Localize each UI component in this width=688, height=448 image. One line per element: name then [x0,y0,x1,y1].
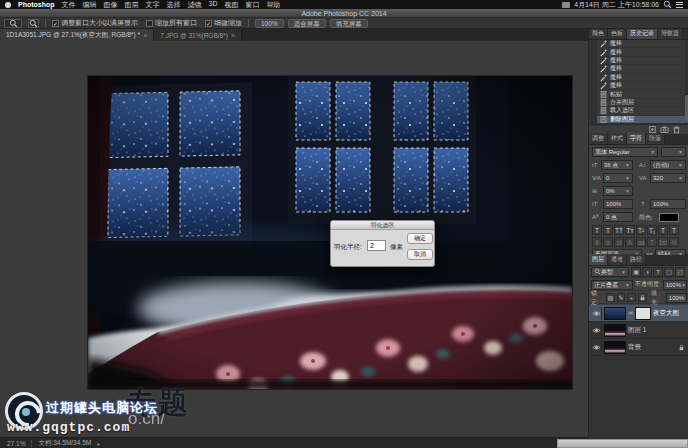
tracking-select[interactable]: 320▼ [650,173,686,183]
layer-filter-icon[interactable]: T [653,267,663,277]
checkbox-box[interactable] [146,20,153,27]
history-source-checkbox[interactable] [589,115,597,123]
apple-menu-icon[interactable] [5,2,11,8]
delete-state-icon[interactable] [672,125,681,134]
menu-item[interactable]: 编辑 [83,0,97,10]
option-checkbox[interactable]: 缩放所有窗口 [146,18,197,28]
opentype-toggle-icon[interactable]: T [647,237,657,247]
history-source-checkbox[interactable] [589,107,597,115]
app-menu[interactable]: Photoshop [18,1,55,8]
opentype-toggle-icon[interactable]: aa [636,237,646,247]
zoom-tool-preset-icon[interactable] [4,19,22,28]
document-tab[interactable]: 7.JPG @ 31%(RGB/8*) × [154,29,242,41]
layer-name[interactable]: 夜空大图 [653,309,679,318]
close-tab-icon[interactable]: × [231,32,235,39]
history-source-checkbox[interactable] [589,40,597,48]
layer-mask-thumbnail[interactable] [635,307,651,320]
opentype-toggle-icon[interactable]: st [614,237,624,247]
kerning-select[interactable]: 0▼ [603,173,633,183]
zoom-preset-button[interactable]: 100% [255,19,284,28]
status-options-arrow-icon[interactable]: ▸ [97,440,100,447]
format-toggle-icon[interactable]: T [603,225,613,235]
lock-transparency-icon[interactable]: ▨ [606,293,615,302]
lock-position-icon[interactable]: + [627,293,636,302]
layer-visibility-toggle[interactable] [591,307,602,320]
menu-item[interactable]: 滤镜 [188,0,202,10]
history-source-checkbox[interactable] [589,82,597,90]
format-toggle-icon[interactable]: TT [614,225,624,235]
zoom-in-button[interactable] [28,19,39,28]
opentype-toggle-icon[interactable]: 1st [658,237,668,247]
checkbox-box[interactable] [52,20,59,27]
layer-thumbnail[interactable] [604,324,626,337]
menu-item[interactable]: 文字 [146,0,160,10]
zoom-preset-button[interactable]: 填充屏幕 [330,19,368,28]
panel-tab[interactable]: 颜色 [589,28,608,39]
panel-tab[interactable]: 导航器 [658,28,683,39]
panel-tab[interactable]: 色板 [608,28,627,39]
layer-filter-icon[interactable]: ◑ [642,267,652,277]
opacity-select[interactable]: 100%▼ [663,280,687,290]
layer-name[interactable]: 背景 [628,343,641,352]
fill-select[interactable]: 100%▼ [666,293,687,303]
menu-item[interactable]: 选择 [167,0,181,10]
format-toggle-icon[interactable]: T [592,225,602,235]
input-method-icon[interactable] [562,2,570,8]
menu-item[interactable]: 帮助 [267,0,281,10]
panel-tab[interactable]: 调整 [589,133,608,144]
menu-item[interactable]: 图像 [104,0,118,10]
zoom-percentage[interactable]: 27.1% [7,440,25,447]
format-toggle-icon[interactable]: T [669,225,679,235]
panel-tab[interactable]: 通道 [608,254,627,265]
layer-row[interactable]: 图层 1 [589,322,688,339]
history-source-checkbox[interactable] [589,98,597,106]
panel-tab[interactable]: 路径 [627,254,646,265]
ok-button[interactable]: 确定 [407,233,433,244]
canvas-pasteboard[interactable]: 羽化选区 羽化半径: 像素 确定 取消 过期罐头电脑论坛 www.gqgtpc.… [0,41,588,437]
layer-thumbnail[interactable] [604,307,626,320]
lock-image-icon[interactable]: ✎ [617,293,626,302]
layer-filter-icon[interactable]: ◰ [675,267,685,277]
opentype-toggle-icon[interactable]: fi [592,237,602,247]
lock-all-icon[interactable] [638,293,647,302]
feather-radius-input[interactable] [367,240,386,251]
menu-item[interactable]: 窗口 [246,0,260,10]
baseline-shift-field[interactable]: 0 点 [603,212,633,222]
vertical-scale-field[interactable]: 100% [603,199,633,209]
history-source-checkbox[interactable] [589,73,597,81]
option-checkbox[interactable]: 调整窗口大小以满屏显示 [52,18,138,28]
zoom-preset-button[interactable]: 适合屏幕 [288,19,326,28]
menu-item[interactable]: 图层 [125,0,139,10]
layer-filter-icon[interactable]: ▢ [664,267,674,277]
history-source-checkbox[interactable] [589,56,597,64]
layer-filter-select[interactable]: 类型▼ [591,267,629,277]
opentype-toggle-icon[interactable]: A [625,237,635,247]
layer-visibility-toggle[interactable] [591,341,602,354]
layer-thumbnail[interactable] [604,341,626,354]
font-size-select[interactable]: 36 点▼ [601,160,633,170]
panel-tab[interactable]: 样式 [608,133,627,144]
history-item[interactable]: 删除图层 [589,116,688,124]
format-toggle-icon[interactable]: T [658,225,668,235]
layer-filter-icon[interactable]: ▣ [631,267,641,277]
horizontal-scale-field[interactable]: 100% [650,199,686,209]
notification-center-icon[interactable] [676,2,683,8]
history-source-checkbox[interactable] [589,48,597,56]
leading-select[interactable]: (自动)▼ [650,160,686,170]
font-style-select[interactable]: ▼ [661,147,686,157]
document-tab[interactable]: 1D1A3051.JPG @ 27.1%(夜空大图, RGB/8*) * × [0,29,154,41]
option-checkbox[interactable]: 细微缩放 [205,18,242,28]
font-family-select[interactable]: 黑体 Regular▼ [592,147,658,157]
checkbox-box[interactable] [205,20,212,27]
menu-item[interactable]: 3D [209,0,218,10]
link-icon[interactable] [628,310,634,316]
menu-item[interactable]: 文件 [62,0,76,10]
layer-row[interactable]: 夜空大图 [589,305,688,322]
panel-tab[interactable]: 段落 [646,133,665,144]
history-source-checkbox[interactable] [589,90,597,98]
close-tab-icon[interactable]: × [143,32,147,39]
panel-tab[interactable]: 历史记录 [627,28,658,39]
format-toggle-icon[interactable]: T¹ [636,225,646,235]
format-toggle-icon[interactable]: T₁ [647,225,657,235]
panel-tab[interactable]: 图层 [589,254,608,265]
